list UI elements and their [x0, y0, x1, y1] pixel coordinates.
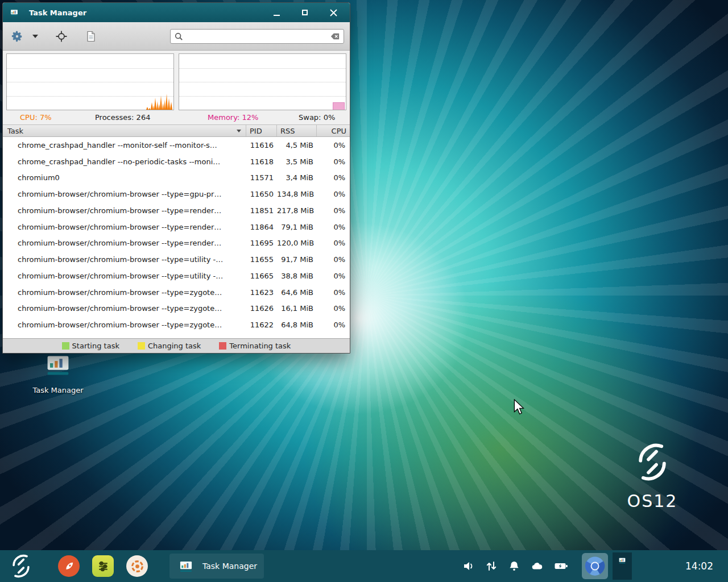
- memory-usage-bar: [333, 102, 345, 110]
- cell-rss: 4,5 MiB: [277, 141, 317, 149]
- changing-task-swatch: [138, 342, 145, 350]
- cell-cpu: 0%: [317, 321, 350, 329]
- table-row[interactable]: chromium-browser/chromium-browser --type…: [3, 284, 350, 301]
- cell-task: chromium-browser/chromium-browser --type…: [3, 288, 246, 297]
- cell-rss: 79,1 MiB: [277, 223, 317, 231]
- mouse-cursor: [514, 399, 526, 416]
- system-tray: 14:02: [452, 552, 720, 580]
- clock[interactable]: 14:02: [685, 560, 713, 572]
- task-manager-window: Task Manager: [2, 2, 350, 354]
- cell-pid: 11626: [246, 304, 277, 313]
- settings-gear-button[interactable]: [9, 28, 26, 45]
- cell-task: chromium-browser/chromium-browser --type…: [3, 272, 246, 280]
- cell-pid: 11571: [246, 173, 277, 182]
- bell-icon: [508, 560, 520, 572]
- cell-cpu: 0%: [317, 223, 350, 231]
- table-row[interactable]: chromium-browser/chromium-browser --type…: [3, 301, 350, 317]
- column-header-cpu[interactable]: CPU: [317, 125, 350, 136]
- cell-task: chromium-browser/chromium-browser --type…: [3, 223, 246, 231]
- pick-window-button[interactable]: [53, 28, 70, 45]
- table-row[interactable]: chromium-browser/chromium-browser --type…: [3, 251, 350, 268]
- cell-task: chromium-browser/chromium-browser --type…: [3, 239, 246, 247]
- cell-pid: 11695: [246, 239, 277, 247]
- cell-pid: 11622: [246, 321, 277, 329]
- cell-task: chromium0: [3, 173, 246, 182]
- legend-bar: Starting task Changing task Terminating …: [3, 338, 350, 353]
- start-menu-button[interactable]: [8, 553, 34, 579]
- table-row[interactable]: chromium0115713,4 MiB0%: [3, 170, 350, 186]
- table-row[interactable]: chromium-browser/chromium-browser --type…: [3, 317, 350, 333]
- swap-stat: Swap: 0%: [299, 113, 335, 122]
- taskbar-app-task-manager[interactable]: Task Manager: [169, 554, 264, 579]
- cell-task: chromium-browser/chromium-browser --type…: [3, 304, 246, 313]
- titlebar[interactable]: Task Manager: [3, 3, 350, 22]
- column-header-rss[interactable]: RSS: [277, 125, 317, 136]
- cell-rss: 16,1 MiB: [277, 304, 317, 313]
- cell-pid: 11864: [246, 223, 277, 231]
- table-row[interactable]: chromium-browser/chromium-browser --type…: [3, 235, 350, 252]
- memory-stat: Memory: 12%: [208, 113, 258, 122]
- desktop-icon-task-manager[interactable]: Task Manager: [31, 347, 85, 394]
- cell-rss: 3,4 MiB: [277, 173, 317, 182]
- clear-search-button[interactable]: [330, 32, 340, 41]
- usage-graphs: [3, 51, 350, 112]
- minimize-button[interactable]: [270, 6, 283, 19]
- cell-rss: 64,8 MiB: [277, 321, 317, 329]
- cell-cpu: 0%: [317, 288, 350, 297]
- cell-cpu: 0%: [317, 190, 350, 198]
- launcher-app-center[interactable]: [126, 555, 148, 577]
- cell-pid: 11618: [246, 157, 277, 166]
- cell-cpu: 0%: [317, 141, 350, 149]
- toolbar: [3, 22, 350, 51]
- cell-rss: 120,0 MiB: [277, 239, 317, 247]
- cell-rss: 38,8 MiB: [277, 272, 317, 280]
- cloud-sync-button[interactable]: [531, 560, 543, 572]
- arrows-up-down-icon: [485, 560, 498, 572]
- dial-icon: [131, 560, 144, 573]
- legend-changing: Changing task: [138, 342, 201, 350]
- window-title: Task Manager: [29, 9, 86, 17]
- network-traffic-button[interactable]: [485, 560, 498, 572]
- table-row[interactable]: chromium-browser/chromium-browser --type…: [3, 186, 350, 202]
- memory-graph: [179, 53, 346, 110]
- cpu-graph: [6, 53, 174, 110]
- table-row[interactable]: chromium-browser/chromium-browser --type…: [3, 268, 350, 284]
- cell-rss: 3,5 MiB: [277, 157, 317, 166]
- show-details-button[interactable]: [82, 28, 100, 45]
- search-box: [170, 29, 344, 44]
- maximize-button[interactable]: [299, 6, 311, 19]
- power-button[interactable]: [553, 560, 569, 572]
- cloud-icon: [531, 560, 543, 572]
- close-button[interactable]: [327, 6, 340, 19]
- cell-task: chromium-browser/chromium-browser --type…: [3, 190, 246, 198]
- processes-stat: Processes: 264: [95, 113, 150, 122]
- cell-cpu: 0%: [317, 239, 350, 247]
- desktop-wallpaper: OS12 Task Manager Task Manager: [0, 0, 728, 582]
- launcher-rocket[interactable]: [58, 555, 80, 577]
- cell-cpu: 0%: [317, 173, 350, 182]
- launcher-settings[interactable]: [92, 555, 114, 577]
- graph-gridline: [7, 68, 173, 69]
- table-header: Task PID RSS CPU: [3, 124, 350, 137]
- taskbar: Task Manager: [0, 550, 728, 582]
- stats-row: CPU: 7% Processes: 264 Memory: 12% Swap:…: [3, 112, 350, 124]
- cell-cpu: 0%: [317, 206, 350, 215]
- column-header-task[interactable]: Task: [3, 125, 246, 136]
- cell-task: chrome_crashpad_handler --no-periodic-ta…: [3, 157, 246, 166]
- column-header-pid[interactable]: PID: [246, 125, 277, 136]
- notifications-button[interactable]: [508, 560, 520, 572]
- window-app-icon: [9, 7, 20, 18]
- sort-desc-icon: [237, 130, 241, 132]
- taskbar-app-chromium[interactable]: [582, 553, 608, 579]
- table-row[interactable]: chromium-browser/chromium-browser --type…: [3, 202, 350, 219]
- sliders-icon: [97, 560, 110, 573]
- tray-task-manager[interactable]: [613, 552, 632, 580]
- settings-menu-caret[interactable]: [30, 32, 40, 40]
- cell-pid: 11655: [246, 255, 277, 264]
- search-input[interactable]: [187, 32, 326, 40]
- gear-icon: [11, 30, 23, 43]
- table-row[interactable]: chromium-browser/chromium-browser --type…: [3, 219, 350, 235]
- table-row[interactable]: chrome_crashpad_handler --monitor-self -…: [3, 137, 350, 153]
- volume-button[interactable]: [462, 560, 475, 572]
- table-row[interactable]: chrome_crashpad_handler --no-periodic-ta…: [3, 153, 350, 170]
